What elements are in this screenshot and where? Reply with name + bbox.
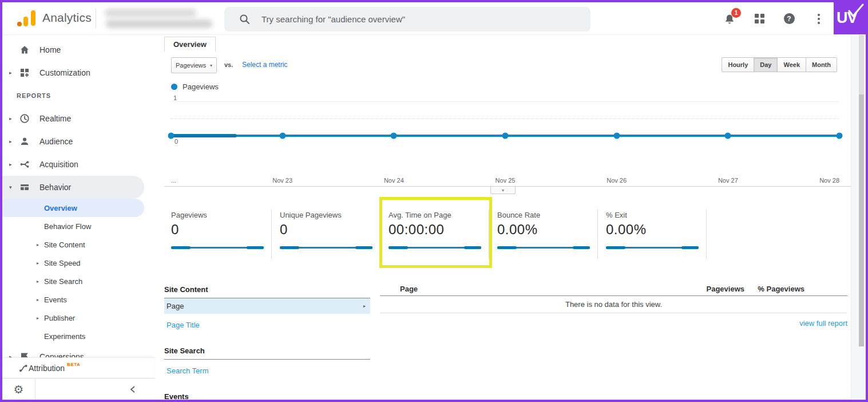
sidebar-item-events[interactable]: ▸ Events <box>2 290 154 309</box>
kebab-menu-icon[interactable] <box>812 12 826 26</box>
chart-x-axis: ...Nov 23Nov 24Nov 25Nov 26Nov 27Nov 28 <box>171 176 839 184</box>
settings-gear-icon[interactable]: ⚙ <box>2 379 35 400</box>
expand-arrow-icon[interactable]: ▸ <box>9 161 18 167</box>
expand-arrow-icon: ▸ <box>363 304 366 309</box>
chart-data-point[interactable] <box>837 133 843 139</box>
column-header-pct-pageviews[interactable]: % Pageviews <box>744 285 804 293</box>
granularity-month-button[interactable]: Month <box>806 57 837 72</box>
scrollbar-thumb[interactable] <box>859 94 864 346</box>
behavior-icon <box>19 182 30 192</box>
tab-overview[interactable]: Overview <box>164 37 216 52</box>
sparkline <box>280 247 372 249</box>
dimension-item-page[interactable]: Page ▸ <box>164 298 370 314</box>
granularity-week-button[interactable]: Week <box>778 57 806 72</box>
reports-section-label: REPORTS <box>2 84 154 107</box>
expand-arrow-icon[interactable]: ▸ <box>37 279 44 284</box>
expand-arrow-icon[interactable]: ▸ <box>37 261 44 266</box>
help-icon[interactable]: ? <box>782 12 796 26</box>
annotations-pull-tab[interactable]: ▾ <box>490 187 516 194</box>
sidebar-item-behavior-flow[interactable]: Behavior Flow <box>2 217 154 235</box>
sparkline <box>389 247 481 249</box>
sidebar-item-site-search[interactable]: ▸ Site Search <box>2 272 154 290</box>
brand-title: Analytics <box>42 11 92 25</box>
metric-dropdown[interactable]: Pageviews ▾ <box>171 57 217 73</box>
expand-arrow-icon[interactable]: ▸ <box>37 297 44 302</box>
site-content-header: Site Content <box>164 282 370 298</box>
x-axis-label: Nov 23 <box>272 177 292 184</box>
chart-controls: Pageviews ▾ vs. Select a metric Hourly D… <box>171 57 837 74</box>
sidebar-footer: ⚙ <box>2 378 154 400</box>
expand-arrow-icon[interactable]: ▸ <box>37 242 44 247</box>
sparkline <box>497 247 590 249</box>
notifications-bell-icon[interactable]: 1 <box>723 12 736 26</box>
column-header-page[interactable]: Page <box>380 285 684 293</box>
table-header-row: Page Pageviews % Pageviews <box>380 282 847 296</box>
collapse-sidebar-icon[interactable] <box>129 385 136 393</box>
chart-data-point[interactable] <box>279 133 286 139</box>
granularity-toggle: Hourly Day Week Month <box>722 57 837 72</box>
sidebar-item-acquisition[interactable]: ▸ Acquisition <box>2 153 154 176</box>
select-metric-link[interactable]: Select a metric <box>242 61 287 69</box>
expand-arrow-icon[interactable]: ▸ <box>9 70 18 76</box>
vs-label: vs. <box>224 61 233 68</box>
sidebar-item-publisher[interactable]: ▸ Publisher <box>2 309 154 327</box>
sidebar-item-site-speed[interactable]: ▸ Site Speed <box>2 254 154 272</box>
sidebar: Home ▸ Customization REPORTS ▸ Realtime … <box>2 35 154 400</box>
scorecard-avg-time-on-page[interactable]: Avg. Time on Page 00:00:00 <box>389 210 489 259</box>
chart-data-point[interactable] <box>391 133 397 139</box>
audience-person-icon <box>19 136 30 147</box>
main-content: Overview Pageviews ▾ vs. Select a metric… <box>154 35 851 400</box>
sidebar-item-customization[interactable]: ▸ Customization <box>2 61 154 84</box>
pages-table: Page Pageviews % Pageviews There is no d… <box>380 282 847 328</box>
chart-data-point[interactable] <box>725 133 731 139</box>
column-header-pageviews[interactable]: Pageviews <box>684 285 744 293</box>
search-icon <box>239 14 250 25</box>
sidebar-item-home[interactable]: Home <box>2 38 154 61</box>
attribution-icon <box>18 363 29 373</box>
sidebar-item-audience[interactable]: ▸ Audience <box>2 130 154 153</box>
analytics-app: Analytics Try searching for "audience ov… <box>2 2 866 400</box>
x-axis-label: Nov 25 <box>496 177 516 184</box>
account-selector-redacted[interactable] <box>102 7 217 31</box>
dimension-link-search-term[interactable]: Search Term <box>164 360 370 383</box>
top-bar: Analytics Try searching for "audience ov… <box>2 2 866 35</box>
apps-grid-icon[interactable] <box>752 12 766 26</box>
view-full-report-link[interactable]: view full report <box>799 319 847 328</box>
x-axis-label: Nov 28 <box>819 177 839 184</box>
chart-data-point[interactable] <box>502 133 509 139</box>
check-icon <box>847 3 865 18</box>
granularity-day-button[interactable]: Day <box>754 57 778 72</box>
sidebar-item-experiments[interactable]: Experiments <box>2 327 154 345</box>
y-axis-max-label: 1 <box>173 94 177 101</box>
chart-data-point[interactable] <box>613 133 620 139</box>
x-axis-label: Nov 27 <box>718 177 738 184</box>
scorecard-pageviews[interactable]: Pageviews 0 <box>171 210 272 259</box>
timeseries-chart: 1 0 ...Nov 23Nov 24Nov 25Nov 26Nov 27Nov… <box>171 94 839 186</box>
x-axis-label: Nov 26 <box>607 177 627 184</box>
chevron-down-icon: ▾ <box>210 63 212 68</box>
dimension-link-page-title[interactable]: Page Title <box>164 314 370 337</box>
expand-arrow-icon[interactable]: ▸ <box>37 316 44 321</box>
chart-data-point[interactable] <box>168 133 175 139</box>
sidebar-item-site-content[interactable]: ▸ Site Content <box>2 235 154 254</box>
scorecard-pct-exit[interactable]: % Exit 0.00% <box>606 210 707 259</box>
sidebar-item-behavior-overview[interactable]: Overview <box>2 199 144 217</box>
customization-icon <box>19 68 30 78</box>
granularity-hourly-button[interactable]: Hourly <box>722 57 754 72</box>
expand-arrow-icon[interactable]: ▸ <box>9 139 18 144</box>
sparkline <box>606 247 699 249</box>
expand-arrow-icon[interactable]: ▸ <box>9 116 18 121</box>
search-input[interactable]: Try searching for "audience overview" <box>224 7 590 31</box>
x-axis-label: Nov 24 <box>384 177 404 184</box>
sidebar-item-attribution[interactable]: Attribution BETA <box>2 357 154 378</box>
empty-state-message: There is no data for this view. <box>380 296 847 313</box>
topbar-divider <box>96 9 96 28</box>
sidebar-item-behavior[interactable]: ▾ Behavior <box>2 176 144 199</box>
sidebar-item-realtime[interactable]: ▸ Realtime <box>2 107 154 130</box>
collapse-arrow-icon[interactable]: ▾ <box>9 184 18 190</box>
scorecard-unique-pageviews[interactable]: Unique Pageviews 0 <box>280 210 381 259</box>
legend-label: Pageviews <box>183 82 219 91</box>
scorecard-bounce-rate[interactable]: Bounce Rate 0.00% <box>497 210 598 259</box>
y-axis-min-label: 0 <box>175 138 178 145</box>
analytics-logo-icon[interactable] <box>17 10 38 26</box>
